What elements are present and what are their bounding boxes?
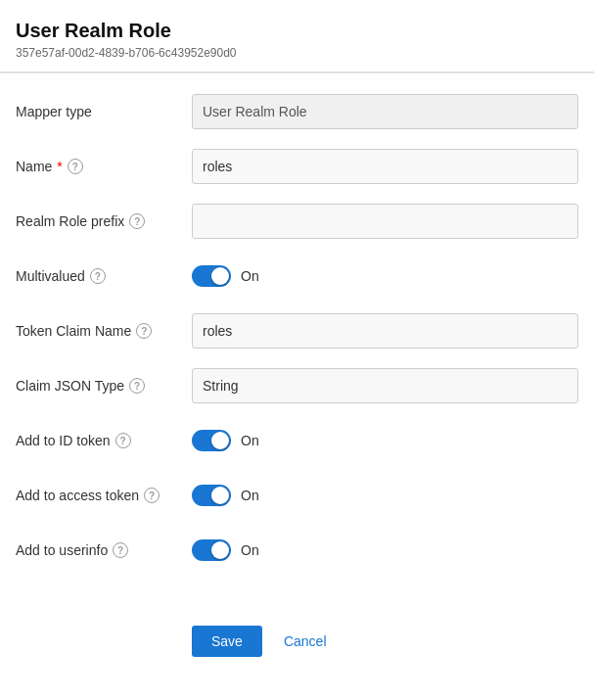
page-header: User Realm Role 357e57af-00d2-4839-b706-… bbox=[0, 0, 594, 72]
add-to-userinfo-toggle[interactable] bbox=[192, 539, 231, 561]
multivalued-toggle[interactable] bbox=[192, 265, 231, 287]
claim-json-type-row: Claim JSON Type ? bbox=[16, 367, 578, 404]
add-to-access-token-row: Add to access token ? On bbox=[16, 477, 578, 514]
multivalued-label: Multivalued ? bbox=[16, 268, 192, 284]
save-button[interactable]: Save bbox=[192, 626, 262, 657]
token-claim-name-help-icon[interactable]: ? bbox=[136, 323, 152, 339]
add-to-access-token-slider bbox=[192, 485, 231, 506]
token-claim-name-input[interactable] bbox=[192, 313, 578, 349]
realm-role-prefix-label: Realm Role prefix ? bbox=[16, 213, 192, 229]
add-to-id-token-toggle-label: On bbox=[241, 433, 259, 448]
claim-json-type-label: Claim JSON Type ? bbox=[16, 378, 192, 394]
add-to-access-token-help-icon[interactable]: ? bbox=[144, 488, 160, 503]
name-help-icon[interactable]: ? bbox=[68, 159, 83, 174]
add-to-userinfo-label: Add to userinfo ? bbox=[16, 542, 192, 558]
multivalued-toggle-container: On bbox=[192, 265, 259, 287]
page-title: User Realm Role bbox=[16, 20, 578, 42]
cancel-button[interactable]: Cancel bbox=[274, 626, 337, 657]
add-to-id-token-slider bbox=[192, 430, 231, 451]
realm-role-prefix-input[interactable] bbox=[192, 204, 578, 239]
add-to-id-token-toggle[interactable] bbox=[192, 430, 231, 451]
add-to-id-token-help-icon[interactable]: ? bbox=[115, 433, 131, 448]
add-to-userinfo-row: Add to userinfo ? On bbox=[16, 532, 578, 569]
multivalued-row: Multivalued ? On bbox=[16, 257, 578, 295]
multivalued-help-icon[interactable]: ? bbox=[90, 268, 106, 284]
mapper-type-row: Mapper type bbox=[16, 93, 578, 130]
add-to-id-token-toggle-container: On bbox=[192, 430, 259, 451]
add-to-id-token-label: Add to ID token ? bbox=[16, 433, 192, 448]
add-to-userinfo-slider bbox=[192, 539, 231, 561]
add-to-access-token-toggle-label: On bbox=[241, 488, 259, 503]
required-marker: * bbox=[57, 159, 62, 174]
mapper-type-label: Mapper type bbox=[16, 104, 192, 119]
add-to-userinfo-toggle-label: On bbox=[241, 542, 259, 558]
token-claim-name-row: Token Claim Name ? bbox=[16, 312, 578, 350]
page-subtitle: 357e57af-00d2-4839-b706-6c43952e90d0 bbox=[16, 46, 578, 60]
add-to-access-token-label: Add to access token ? bbox=[16, 488, 192, 503]
mapper-type-input bbox=[192, 94, 578, 129]
form-container: Mapper type Name * ? Realm Role prefix ?… bbox=[0, 73, 594, 606]
add-to-userinfo-toggle-container: On bbox=[192, 539, 259, 561]
name-label: Name * ? bbox=[16, 159, 192, 174]
multivalued-toggle-label: On bbox=[241, 268, 259, 284]
multivalued-slider bbox=[192, 265, 231, 287]
form-actions: Save Cancel bbox=[0, 606, 594, 677]
name-row: Name * ? bbox=[16, 148, 578, 185]
claim-json-type-help-icon[interactable]: ? bbox=[129, 378, 145, 394]
add-to-id-token-row: Add to ID token ? On bbox=[16, 422, 578, 459]
realm-role-prefix-help-icon[interactable]: ? bbox=[129, 213, 145, 229]
claim-json-type-input[interactable] bbox=[192, 368, 578, 403]
name-input[interactable] bbox=[192, 149, 578, 184]
add-to-access-token-toggle[interactable] bbox=[192, 485, 231, 506]
add-to-access-token-toggle-container: On bbox=[192, 485, 259, 506]
token-claim-name-label: Token Claim Name ? bbox=[16, 323, 192, 339]
realm-role-prefix-row: Realm Role prefix ? bbox=[16, 203, 578, 240]
add-to-userinfo-help-icon[interactable]: ? bbox=[113, 542, 128, 558]
